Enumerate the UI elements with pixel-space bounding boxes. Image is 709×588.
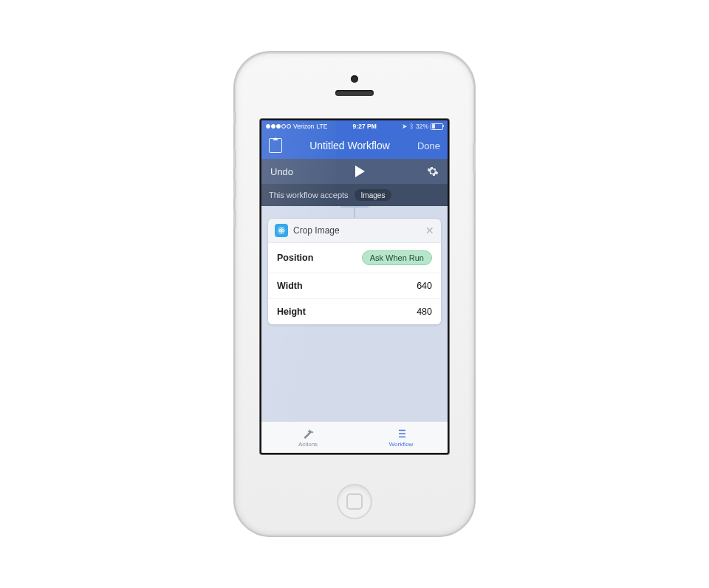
wand-icon bbox=[300, 427, 316, 440]
nav-title: Untitled Workflow bbox=[309, 140, 390, 151]
tab-bar: Actions Workflow bbox=[261, 421, 448, 453]
list-icon bbox=[393, 427, 409, 440]
battery-pct-label: 32% bbox=[416, 123, 428, 130]
tab-label: Actions bbox=[298, 441, 318, 448]
play-icon[interactable] bbox=[355, 165, 365, 177]
phone-earpiece-area bbox=[236, 54, 473, 117]
status-right: ➤ ᛒ 32% bbox=[402, 123, 443, 130]
done-button[interactable]: Done bbox=[417, 140, 440, 151]
location-services-icon: ➤ bbox=[402, 123, 408, 130]
settings-gear-icon[interactable] bbox=[427, 165, 439, 177]
action-card-title: Crop Image bbox=[293, 225, 340, 236]
workflow-canvas[interactable]: Crop Image ✕ Position Ask When Run Width… bbox=[261, 206, 448, 422]
bluetooth-icon: ᛒ bbox=[410, 123, 414, 130]
home-button[interactable] bbox=[337, 484, 372, 519]
clock-label: 9:27 PM bbox=[353, 123, 377, 130]
battery-icon bbox=[431, 123, 443, 130]
nav-bar: Untitled Workflow Done bbox=[261, 132, 448, 159]
param-label: Width bbox=[277, 281, 303, 291]
action-card-body: Position Ask When Run Width 640 Height 4… bbox=[268, 242, 441, 324]
accepts-bar: This workflow accepts Images bbox=[261, 184, 448, 206]
accepts-type-pill[interactable]: Images bbox=[354, 189, 392, 201]
carrier-label: Verizon bbox=[293, 123, 314, 130]
action-card-crop-image[interactable]: Crop Image ✕ Position Ask When Run Width… bbox=[267, 218, 442, 325]
status-bar: Verizon LTE 9:27 PM ➤ ᛒ 32% bbox=[261, 120, 448, 132]
param-value[interactable]: 640 bbox=[417, 281, 432, 291]
param-row-height[interactable]: Height 480 bbox=[268, 299, 441, 324]
earpiece-speaker bbox=[335, 90, 374, 96]
network-label: LTE bbox=[316, 123, 327, 130]
param-value[interactable]: 480 bbox=[417, 307, 432, 317]
svg-point-0 bbox=[281, 230, 283, 232]
connector-line bbox=[354, 206, 355, 218]
param-row-width[interactable]: Width 640 bbox=[268, 273, 441, 299]
toolbar: Undo bbox=[261, 159, 448, 184]
status-left: Verizon LTE bbox=[266, 123, 327, 130]
ask-when-run-pill[interactable]: Ask When Run bbox=[362, 250, 432, 265]
accepts-prefix-label: This workflow accepts bbox=[269, 191, 349, 199]
param-label: Height bbox=[277, 307, 306, 317]
undo-button[interactable]: Undo bbox=[270, 166, 293, 177]
power-button bbox=[473, 143, 476, 172]
share-icon[interactable] bbox=[269, 138, 282, 153]
close-icon[interactable]: ✕ bbox=[425, 225, 434, 236]
phone-device-frame: Verizon LTE 9:27 PM ➤ ᛒ 32% Untitled Wor… bbox=[236, 54, 473, 534]
tab-actions[interactable]: Actions bbox=[261, 422, 354, 453]
crop-image-icon bbox=[275, 224, 288, 237]
param-label: Position bbox=[277, 253, 313, 263]
tab-workflow[interactable]: Workflow bbox=[354, 422, 448, 453]
signal-dots-icon bbox=[266, 124, 291, 129]
param-row-position[interactable]: Position Ask When Run bbox=[268, 243, 441, 273]
action-card-header: Crop Image ✕ bbox=[268, 219, 441, 242]
tab-label: Workflow bbox=[389, 441, 414, 448]
screen: Verizon LTE 9:27 PM ➤ ᛒ 32% Untitled Wor… bbox=[260, 119, 449, 454]
front-camera bbox=[351, 75, 358, 83]
